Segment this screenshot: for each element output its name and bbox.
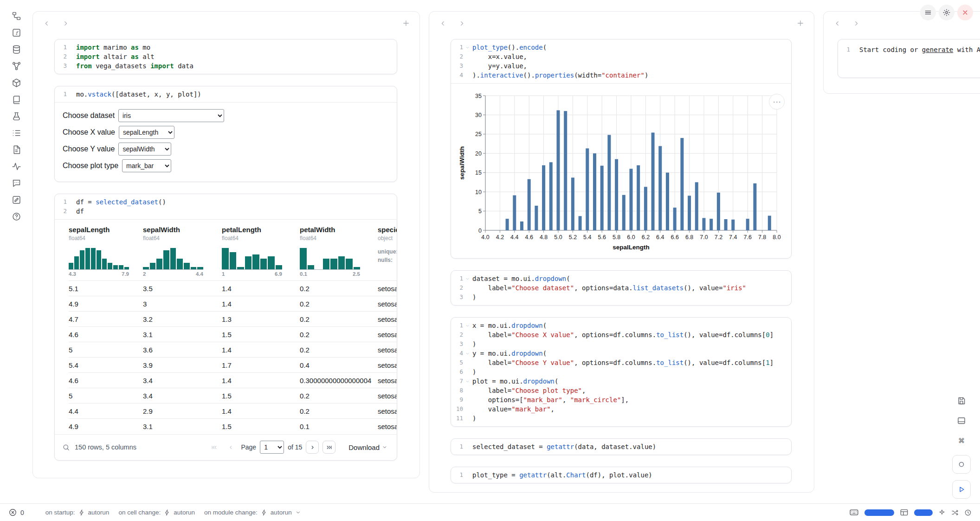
shuffle-button[interactable] <box>951 509 959 516</box>
code-token: "Choose X value" <box>511 331 574 339</box>
column-next-button[interactable] <box>849 16 863 30</box>
choose-y-value-dropdown[interactable]: sepalWidth <box>118 143 171 156</box>
outline-panel-button[interactable] <box>8 125 24 141</box>
code-editor[interactable]: 1import marimo as mo2import altair as al… <box>55 39 397 74</box>
table-row[interactable]: 4.931.40.2setosa <box>69 296 397 312</box>
column-header-cell[interactable]: speciesobjectunique:nulls: <box>378 220 397 281</box>
fold-toggle-icon[interactable] <box>463 351 471 356</box>
width-slider[interactable] <box>864 509 894 516</box>
code-editor[interactable]: 1plot_type().encode(2 x=x.value,3 y=y.va… <box>451 39 791 83</box>
chart-bar <box>695 182 698 230</box>
code-token: () <box>158 198 166 206</box>
code-editor[interactable]: 1df = selected_dataset()2df <box>55 194 397 219</box>
scratchpad-panel-button[interactable] <box>8 192 24 208</box>
table-row[interactable]: 4.63.41.40.30000000000000004setosa <box>69 373 397 388</box>
panel-layout-button[interactable] <box>900 508 909 517</box>
table-row[interactable]: 5.13.51.40.2setosa <box>69 281 397 296</box>
table-row[interactable]: 4.93.11.50.1setosa <box>69 419 397 434</box>
column-prev-button[interactable] <box>39 16 53 30</box>
table-row[interactable]: 53.61.40.2setosa <box>69 342 397 358</box>
functions-panel-button[interactable]: f <box>8 25 24 40</box>
altair-bar-chart[interactable]: 051015202530354.04.24.44.64.85.05.25.45.… <box>458 90 783 254</box>
documentation-panel-button[interactable] <box>8 91 24 107</box>
column-prev-button[interactable] <box>436 16 450 30</box>
interrupt-button[interactable] <box>952 455 971 474</box>
table-cell: setosa <box>378 404 397 419</box>
download-button[interactable]: Download <box>348 443 387 451</box>
column-header-cell[interactable]: sepalWidthfloat6424.4 <box>143 220 222 281</box>
datasources-panel-button[interactable] <box>8 41 24 57</box>
table-row[interactable]: 5.43.91.70.4setosa <box>69 358 397 373</box>
svg-text:6.8: 6.8 <box>685 234 693 241</box>
table-row[interactable]: 4.63.11.50.2setosa <box>69 327 397 342</box>
history-button[interactable] <box>964 509 972 516</box>
code-token: ) <box>645 72 648 79</box>
shutdown-button[interactable] <box>957 5 973 20</box>
code-token: "Choose Y value" <box>511 359 574 366</box>
tracing-panel-button[interactable] <box>8 158 24 174</box>
column-header-cell[interactable]: sepalLengthfloat644.37.9 <box>69 220 143 281</box>
choose-x-value-dropdown[interactable]: sepalLength <box>119 126 174 139</box>
code-text: mo.vstack([dataset, x, y, plot]) <box>76 90 201 99</box>
code-editor[interactable]: 1Start coding or generate with AI <box>838 39 980 78</box>
generate-link[interactable]: generate <box>922 46 953 53</box>
file-tree-panel-button[interactable] <box>8 8 24 24</box>
chart-bar <box>564 111 567 230</box>
table-row[interactable]: 4.42.91.40.2setosa <box>69 404 397 419</box>
packages-panel-button[interactable] <box>8 75 24 91</box>
snippets-panel-button[interactable] <box>8 108 24 124</box>
help-panel-button[interactable] <box>8 208 24 224</box>
page-next-button[interactable] <box>306 441 319 454</box>
column-prev-button[interactable] <box>830 16 844 30</box>
column-name: petalLength <box>222 225 296 234</box>
notebook-cell: 1plot_type().encode(2 x=x.value,3 y=y.va… <box>451 39 792 259</box>
command-palette-button[interactable]: ⌘ <box>954 433 969 449</box>
choose-dataset-dropdown[interactable]: iris <box>118 109 224 122</box>
code-editor[interactable]: 1x = mo.ui.dropdown(2 label="Choose X va… <box>451 318 791 426</box>
column-header-cell[interactable]: petalWidthfloat640.12.5 <box>300 220 378 281</box>
settings-button[interactable] <box>939 5 954 20</box>
chart-bar <box>600 166 604 230</box>
add-cell-button[interactable] <box>399 16 413 30</box>
code-editor[interactable]: 1mo.vstack([dataset, x, y, plot]) <box>55 86 397 102</box>
snippets-icon <box>12 111 21 121</box>
notebook-menu-button[interactable] <box>920 5 936 20</box>
table-row[interactable]: 4.73.21.30.2setosa <box>69 312 397 327</box>
fold-toggle-icon[interactable] <box>463 276 471 281</box>
chart-bar <box>542 165 545 230</box>
column-header-cell[interactable]: petalLengthfloat6416.9 <box>222 220 300 281</box>
fold-toggle-icon[interactable] <box>463 45 471 50</box>
code-token: plot_type <box>472 44 508 51</box>
page-select[interactable]: 1 <box>260 441 284 454</box>
choose-plot-type-dropdown[interactable]: mark_bar <box>122 159 171 172</box>
search-icon[interactable] <box>62 443 70 451</box>
table-row[interactable]: 53.41.50.2setosa <box>69 388 397 404</box>
chart-bar <box>644 187 647 230</box>
column-next-button[interactable] <box>58 16 72 30</box>
run-setting-0[interactable]: on startup:autorun <box>45 509 110 516</box>
keyboard-shortcuts-button[interactable] <box>849 508 859 517</box>
chat-panel-button[interactable] <box>8 175 24 191</box>
code-editor[interactable]: 1selected_dataset = getattr(data, datase… <box>451 439 791 455</box>
run-setting-1[interactable]: on cell change:autorun <box>118 509 195 516</box>
code-editor[interactable]: 1plot_type = getattr(alt.Chart(df), plot… <box>451 467 791 483</box>
code-token: df <box>76 208 84 215</box>
fold-toggle-icon[interactable] <box>463 323 471 328</box>
chart-menu-button[interactable]: ⋯ <box>769 94 785 110</box>
add-cell-button[interactable] <box>793 16 807 30</box>
run-all-button[interactable] <box>952 480 971 499</box>
panel-toggle-button[interactable] <box>954 413 969 429</box>
line-number: 4 <box>451 349 463 358</box>
compact-view-toggle[interactable] <box>914 509 933 516</box>
dependencies-panel-button[interactable] <box>8 58 24 74</box>
page-last-button[interactable] <box>322 441 335 454</box>
error-indicator[interactable]: 0 <box>8 508 24 517</box>
run-setting-2[interactable]: on module change:autorun <box>204 509 301 516</box>
svg-text:35: 35 <box>475 93 482 99</box>
ai-assistant-button[interactable] <box>938 509 946 516</box>
column-next-button[interactable] <box>455 16 469 30</box>
code-editor[interactable]: 1dataset = mo.ui.dropdown(2 label="Choos… <box>451 271 791 305</box>
save-button[interactable] <box>954 393 969 409</box>
fold-toggle-icon[interactable] <box>463 379 471 384</box>
logs-panel-button[interactable] <box>8 142 24 157</box>
